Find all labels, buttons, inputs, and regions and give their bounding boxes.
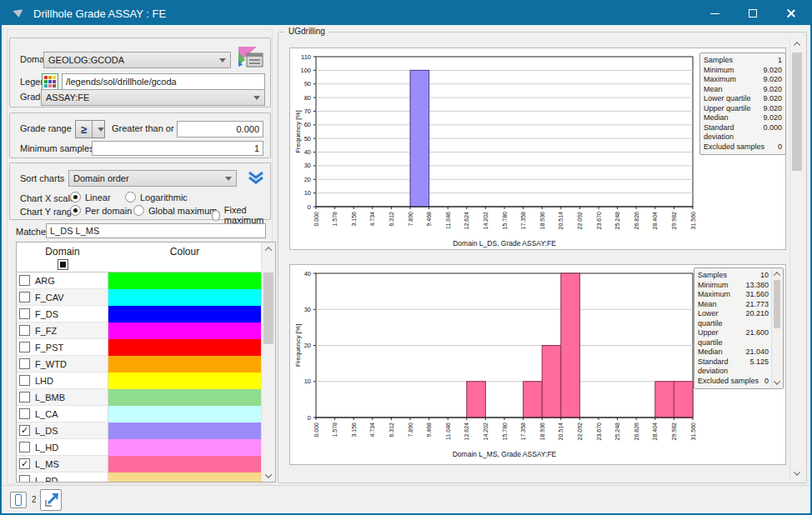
chart-y-range-label: Chart Y range [20,207,77,217]
histogram-bar [524,382,543,418]
domain-name: F_FZ [35,326,57,336]
table-row[interactable]: L_HD [17,439,261,456]
radio-label: Global maximum [148,206,218,216]
domain-column-header[interactable]: Domain [17,246,108,258]
x-tick-label: 11.046 [445,422,451,440]
title-bar: Drillhole Grade ASSAY : FE [2,2,810,25]
colour-swatch[interactable] [108,372,261,389]
x-tick-label: 9.468 [426,422,432,438]
stat-row: Upper quartile9.020 [704,104,782,114]
scroll-down-button[interactable] [772,378,782,388]
colour-swatch[interactable] [108,439,261,456]
chevron-down-icon [265,471,272,478]
radio-icon [70,205,81,216]
row-checkbox[interactable]: ✓ [19,458,30,469]
scroll-down-button[interactable] [262,469,275,482]
scroll-up-button[interactable] [262,242,275,255]
table-header: Domain Colour [17,242,261,272]
scrollbar-thumb[interactable] [774,280,780,328]
select-all-checkbox[interactable] [58,259,68,270]
colour-column-header[interactable]: Colour [108,246,261,258]
operator-dropdown[interactable] [93,121,104,138]
row-checkbox[interactable]: ✓ [19,425,30,436]
colour-swatch[interactable] [108,272,261,289]
table-row[interactable]: F_FZ [17,322,261,339]
table-row[interactable]: LHD [17,372,261,389]
matches-input[interactable]: L_DS L_MS [46,223,266,238]
stat-label: Upper quartile [704,104,763,114]
sort-charts-dropdown[interactable]: Domain order [68,170,237,187]
row-checkbox[interactable] [19,308,30,319]
row-checkbox[interactable] [19,475,30,482]
table-row[interactable]: L_CA [17,406,261,422]
table-row[interactable]: F_WTD [17,356,261,372]
expand-options-button[interactable] [247,170,265,187]
row-checkbox[interactable] [19,442,30,452]
row-checkbox[interactable] [19,392,30,402]
colour-swatch[interactable] [108,406,261,422]
charts-scrollbar[interactable] [789,38,804,479]
colour-swatch[interactable] [108,456,261,472]
row-checkbox[interactable] [19,275,30,286]
table-row[interactable]: F_CAV [17,289,261,306]
domain-cell: F_WTD [17,356,108,372]
maximize-button[interactable] [734,2,772,25]
grade-range-operator-button[interactable]: ≥ [75,120,105,138]
scroll-down-button[interactable] [790,467,804,479]
colour-swatch[interactable] [108,422,261,439]
scroll-up-button[interactable] [790,38,804,50]
x-tick-label: 26.826 [634,212,639,230]
stat-value: 10 [760,271,769,281]
row-checkbox[interactable] [19,292,30,302]
domain-dropdown[interactable]: GEOLOG:GCODA [43,52,231,68]
domain-name: L_HD [35,442,58,452]
legend-path-input[interactable]: /legends/sol/drillhole/gcoda [62,73,265,90]
y-tick-label: 40 [304,148,311,156]
legend-picker-button[interactable] [42,73,58,90]
domain-name: L_MS [35,459,59,469]
radio-global-maximum[interactable]: Global maximum [133,205,218,216]
table-row[interactable]: F_DS [17,306,261,322]
radio-per-domain[interactable]: Per domain [70,205,132,216]
row-checkbox[interactable] [19,342,30,352]
close-button[interactable] [772,2,810,25]
minimum-samples-input[interactable]: 1 [92,141,263,156]
table-row[interactable]: F_PST [17,339,261,356]
table-row[interactable]: ARG [17,272,261,289]
table-row[interactable]: ✓L_DS [17,422,261,439]
colour-swatch[interactable] [108,306,261,322]
row-checkbox[interactable] [19,408,30,419]
x-tick-label: 20.514 [558,422,564,441]
minimum-samples-value: 1 [254,143,259,153]
x-tick-label: 15.780 [502,212,508,230]
table-row[interactable]: L_BMB [17,389,261,406]
chevron-up-icon [794,42,800,48]
table-row[interactable]: L_PD [17,472,261,482]
row-checkbox[interactable] [19,325,30,336]
colour-swatch[interactable] [108,339,261,356]
colour-swatch[interactable] [108,472,261,482]
radio-fixed-maximum[interactable]: Fixed maximum [212,205,270,225]
domain-legend-editor-button[interactable] [237,45,265,70]
table-scrollbar[interactable] [261,242,275,482]
colour-swatch[interactable] [108,289,261,306]
x-tick-label: 7.890 [408,212,414,227]
colour-swatch[interactable] [108,389,261,406]
minimize-button[interactable] [695,2,734,25]
grade-dropdown[interactable]: ASSAY:FE [41,89,265,106]
scrollbar-thumb[interactable] [792,52,802,171]
colour-swatch[interactable] [108,322,261,339]
table-row[interactable]: ✓L_MS [17,456,261,472]
stat-value: 31.560 [745,290,769,300]
chart-pages-button[interactable] [10,492,27,508]
row-checkbox[interactable] [19,375,30,386]
colour-swatch[interactable] [108,356,261,372]
radio-logarithmic[interactable]: Logarithmic [125,192,188,202]
row-checkbox[interactable] [19,358,30,369]
grade-range-input[interactable]: 0.000 [177,121,263,138]
radio-linear[interactable]: Linear [70,192,111,202]
stats-scrollbar[interactable] [771,269,782,388]
scrollbar-thumb[interactable] [263,272,273,344]
scroll-up-button[interactable] [772,269,782,279]
open-in-window-button[interactable] [40,489,62,511]
